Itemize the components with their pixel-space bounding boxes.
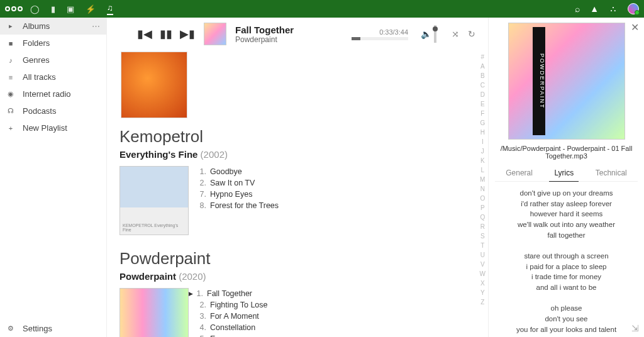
alpha-Q[interactable]: Q bbox=[480, 213, 486, 222]
activity-icon[interactable]: ⚡ bbox=[86, 4, 96, 14]
next-button[interactable]: ▶▮ bbox=[180, 27, 195, 41]
sidebar-icon: ◉ bbox=[6, 90, 15, 98]
track-row[interactable]: 8.Forest for the Trees bbox=[199, 200, 475, 211]
pause-button[interactable]: ▮▮ bbox=[160, 27, 172, 41]
shuffle-button[interactable]: ⤨ bbox=[452, 29, 459, 39]
sidebar-item-podcasts[interactable]: ☊Podcasts bbox=[0, 102, 106, 119]
alpha-E[interactable]: E bbox=[480, 100, 486, 109]
alpha-N[interactable]: N bbox=[480, 185, 486, 194]
close-icon[interactable]: ✕ bbox=[631, 21, 639, 33]
more-icon[interactable]: ⋯ bbox=[92, 21, 100, 31]
featured-cover[interactable] bbox=[121, 52, 187, 118]
alpha-W[interactable]: W bbox=[480, 270, 486, 279]
track-title: Ego bbox=[210, 334, 224, 337]
track-row[interactable]: 7.Hypno Eyes bbox=[199, 189, 475, 200]
alpha-Z[interactable]: Z bbox=[480, 298, 486, 307]
alpha-D[interactable]: D bbox=[480, 91, 486, 99]
alpha-B[interactable]: B bbox=[480, 72, 486, 80]
album-cover[interactable] bbox=[119, 288, 189, 337]
alpha-G[interactable]: G bbox=[480, 119, 486, 128]
nextcloud-logo[interactable] bbox=[5, 6, 23, 11]
track-row[interactable]: 5.Ego bbox=[199, 333, 475, 337]
alpha-T[interactable]: T bbox=[480, 241, 486, 250]
alpha-R[interactable]: R bbox=[480, 223, 486, 231]
sidebar-item-label: Albums bbox=[23, 21, 50, 31]
alpha-P[interactable]: P bbox=[480, 204, 486, 213]
track-title: Hypno Eyes bbox=[210, 190, 252, 199]
album-title[interactable]: Powderpaint (2020) bbox=[119, 271, 475, 282]
track-row[interactable]: 4.Constellation bbox=[199, 322, 475, 333]
alpha-X[interactable]: X bbox=[480, 279, 486, 288]
alpha-U[interactable]: U bbox=[480, 251, 486, 260]
album-title[interactable]: Everything's Fine (2002) bbox=[119, 149, 475, 160]
track-row[interactable]: 3.For A Moment bbox=[199, 311, 475, 322]
track-title: Forest for the Trees bbox=[210, 201, 279, 210]
music-icon[interactable]: ♫ bbox=[107, 3, 113, 15]
track-title: Fall Together bbox=[207, 289, 252, 298]
search-icon[interactable]: ⌕ bbox=[575, 4, 580, 14]
sidebar-icon: ♪ bbox=[6, 57, 15, 64]
files-icon[interactable]: ▮ bbox=[51, 4, 55, 14]
sidebar-item-albums[interactable]: ▸Albums⋯ bbox=[0, 18, 106, 35]
settings[interactable]: ⚙ Settings bbox=[0, 320, 106, 337]
file-path: /Music/Powderpaint - Powderpaint - 01 Fa… bbox=[495, 145, 638, 160]
alpha-J[interactable]: J bbox=[480, 147, 486, 156]
sidebar-icon: ▸ bbox=[6, 22, 15, 30]
track-number: 3. bbox=[199, 312, 206, 321]
alpha-Y[interactable]: Y bbox=[480, 289, 486, 297]
prev-button[interactable]: ▮◀ bbox=[137, 27, 152, 41]
sidebar-item-label: All tracks bbox=[23, 72, 56, 82]
notifications-icon[interactable]: ▲ bbox=[590, 4, 599, 14]
alpha-S[interactable]: S bbox=[480, 232, 486, 241]
alpha-M[interactable]: M bbox=[480, 175, 486, 184]
contacts-icon[interactable]: ⛬ bbox=[609, 4, 618, 14]
sidebar-item-all-tracks[interactable]: ≡All tracks bbox=[0, 69, 106, 86]
sidebar-icon: ≡ bbox=[6, 74, 15, 81]
sidebar-item-genres[interactable]: ♪Genres bbox=[0, 52, 106, 69]
alpha-F[interactable]: F bbox=[480, 109, 486, 118]
volume-control[interactable]: 🔈 bbox=[421, 25, 436, 43]
now-playing-artist[interactable]: Powderpaint bbox=[235, 35, 294, 44]
time-display: 0:33/3:44 bbox=[379, 28, 408, 36]
dashboard-icon[interactable]: ◯ bbox=[30, 4, 40, 14]
alpha-L[interactable]: L bbox=[480, 166, 486, 175]
tab-technical[interactable]: Technical bbox=[591, 166, 632, 181]
track-row[interactable]: ▶1.Fall Together bbox=[199, 288, 475, 299]
album-cover[interactable]: KEMOPETROL Everything's Fine bbox=[119, 166, 189, 235]
alpha-O[interactable]: O bbox=[480, 194, 486, 203]
new-playlist[interactable]: + New Playlist bbox=[0, 119, 106, 136]
settings-label: Settings bbox=[23, 324, 52, 333]
sidebar-item-internet-radio[interactable]: ◉Internet radio bbox=[0, 86, 106, 102]
track-number: 8. bbox=[199, 201, 206, 210]
tab-general[interactable]: General bbox=[501, 166, 538, 181]
link-icon[interactable]: ⇲ bbox=[631, 323, 639, 333]
tab-lyrics[interactable]: Lyrics bbox=[549, 166, 579, 182]
alpha-K[interactable]: K bbox=[480, 157, 486, 165]
now-playing-title[interactable]: Fall Together bbox=[235, 25, 294, 35]
alpha-V[interactable]: V bbox=[480, 260, 486, 269]
gear-icon: ⚙ bbox=[6, 324, 15, 333]
photos-icon[interactable]: ▣ bbox=[67, 4, 74, 14]
progress-bar[interactable] bbox=[352, 37, 408, 40]
artist-heading[interactable]: Powderpaint bbox=[119, 249, 475, 268]
sidebar-item-label: Folders bbox=[23, 38, 50, 48]
track-row[interactable]: 2.Fighting To Lose bbox=[199, 299, 475, 311]
track-title: Constellation bbox=[210, 323, 255, 332]
lyrics-text: don't give up on your dreams i'd rather … bbox=[495, 188, 638, 337]
avatar[interactable] bbox=[628, 3, 639, 14]
repeat-button[interactable]: ↻ bbox=[468, 29, 475, 39]
artist-heading[interactable]: Kemopetrol bbox=[119, 127, 475, 146]
alpha-I[interactable]: I bbox=[480, 138, 486, 146]
track-row[interactable]: 1.Goodbye bbox=[199, 166, 475, 177]
alpha-C[interactable]: C bbox=[480, 81, 486, 90]
alpha-H[interactable]: H bbox=[480, 128, 486, 137]
now-playing-cover[interactable] bbox=[204, 23, 226, 45]
track-row[interactable]: 2.Saw It on TV bbox=[199, 177, 475, 189]
sidebar: ▸Albums⋯■Folders♪Genres≡All tracks◉Inter… bbox=[0, 18, 107, 337]
sidebar-item-folders[interactable]: ■Folders bbox=[0, 35, 106, 52]
track-title: Saw It on TV bbox=[210, 179, 255, 187]
details-album-art[interactable] bbox=[508, 23, 625, 140]
alpha-A[interactable]: A bbox=[480, 62, 486, 71]
alpha-#[interactable]: # bbox=[480, 53, 486, 62]
plus-icon: + bbox=[6, 124, 15, 132]
